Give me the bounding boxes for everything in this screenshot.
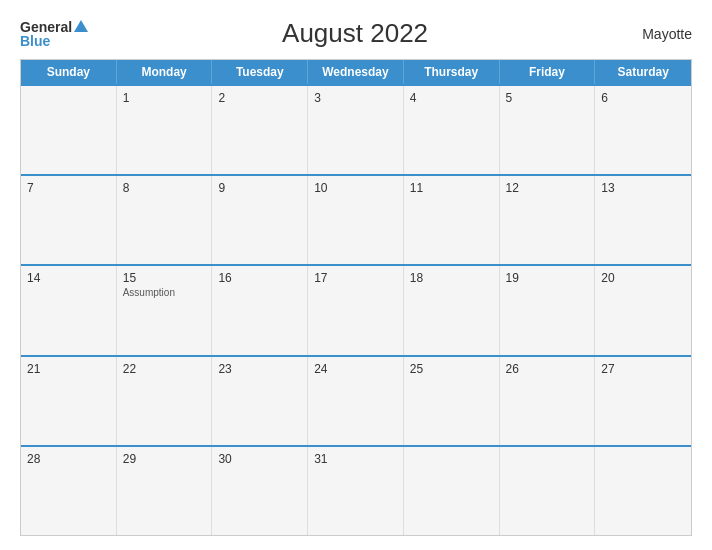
day-number: 26	[506, 362, 589, 376]
day-number: 27	[601, 362, 685, 376]
day-cell: 29	[117, 447, 213, 535]
day-number: 9	[218, 181, 301, 195]
day-number: 25	[410, 362, 493, 376]
day-cell	[404, 447, 500, 535]
day-cell: 23	[212, 357, 308, 445]
day-event: Assumption	[123, 287, 206, 298]
day-number: 22	[123, 362, 206, 376]
week-row-5: 28293031	[21, 445, 691, 535]
day-cell: 28	[21, 447, 117, 535]
logo-blue-text: Blue	[20, 34, 50, 48]
week-row-2: 78910111213	[21, 174, 691, 264]
day-number: 1	[123, 91, 206, 105]
region-label: Mayotte	[622, 26, 692, 42]
day-number: 14	[27, 271, 110, 285]
day-number: 12	[506, 181, 589, 195]
day-header-saturday: Saturday	[595, 60, 691, 84]
day-cell: 3	[308, 86, 404, 174]
day-cell: 25	[404, 357, 500, 445]
day-cell: 27	[595, 357, 691, 445]
day-cell: 8	[117, 176, 213, 264]
day-cell: 15Assumption	[117, 266, 213, 354]
day-number: 13	[601, 181, 685, 195]
day-number: 21	[27, 362, 110, 376]
day-number: 3	[314, 91, 397, 105]
day-cell: 11	[404, 176, 500, 264]
day-number: 29	[123, 452, 206, 466]
day-cell: 19	[500, 266, 596, 354]
day-cell: 7	[21, 176, 117, 264]
day-number: 2	[218, 91, 301, 105]
day-cell: 4	[404, 86, 500, 174]
day-number: 7	[27, 181, 110, 195]
day-cell	[500, 447, 596, 535]
week-row-3: 1415Assumption1617181920	[21, 264, 691, 354]
day-header-tuesday: Tuesday	[212, 60, 308, 84]
day-cell: 17	[308, 266, 404, 354]
day-cell: 1	[117, 86, 213, 174]
day-header-wednesday: Wednesday	[308, 60, 404, 84]
day-number: 10	[314, 181, 397, 195]
day-cell: 20	[595, 266, 691, 354]
day-cell: 6	[595, 86, 691, 174]
logo-general-text: General	[20, 20, 72, 34]
day-cell: 22	[117, 357, 213, 445]
day-cell: 13	[595, 176, 691, 264]
day-cell: 30	[212, 447, 308, 535]
day-cell: 31	[308, 447, 404, 535]
day-cell: 24	[308, 357, 404, 445]
day-number: 5	[506, 91, 589, 105]
day-header-thursday: Thursday	[404, 60, 500, 84]
day-number: 20	[601, 271, 685, 285]
logo: General Blue	[20, 20, 88, 48]
day-cell: 10	[308, 176, 404, 264]
week-row-1: 123456	[21, 84, 691, 174]
day-cell: 12	[500, 176, 596, 264]
day-number: 23	[218, 362, 301, 376]
day-number: 16	[218, 271, 301, 285]
day-number: 4	[410, 91, 493, 105]
day-headers-row: SundayMondayTuesdayWednesdayThursdayFrid…	[21, 60, 691, 84]
header: General Blue August 2022 Mayotte	[20, 18, 692, 49]
day-cell: 21	[21, 357, 117, 445]
day-cell	[595, 447, 691, 535]
day-number: 19	[506, 271, 589, 285]
day-number: 17	[314, 271, 397, 285]
month-title: August 2022	[88, 18, 622, 49]
calendar: SundayMondayTuesdayWednesdayThursdayFrid…	[20, 59, 692, 536]
day-cell: 18	[404, 266, 500, 354]
day-cell	[21, 86, 117, 174]
day-number: 30	[218, 452, 301, 466]
day-cell: 5	[500, 86, 596, 174]
day-number: 8	[123, 181, 206, 195]
day-cell: 9	[212, 176, 308, 264]
day-header-monday: Monday	[117, 60, 213, 84]
day-number: 6	[601, 91, 685, 105]
logo-triangle-icon	[74, 20, 88, 32]
day-number: 31	[314, 452, 397, 466]
day-cell: 16	[212, 266, 308, 354]
day-header-friday: Friday	[500, 60, 596, 84]
day-number: 11	[410, 181, 493, 195]
day-cell: 2	[212, 86, 308, 174]
day-cell: 26	[500, 357, 596, 445]
day-cell: 14	[21, 266, 117, 354]
week-row-4: 21222324252627	[21, 355, 691, 445]
day-number: 15	[123, 271, 206, 285]
page: General Blue August 2022 Mayotte SundayM…	[0, 0, 712, 550]
day-number: 28	[27, 452, 110, 466]
day-number: 18	[410, 271, 493, 285]
day-number: 24	[314, 362, 397, 376]
day-header-sunday: Sunday	[21, 60, 117, 84]
